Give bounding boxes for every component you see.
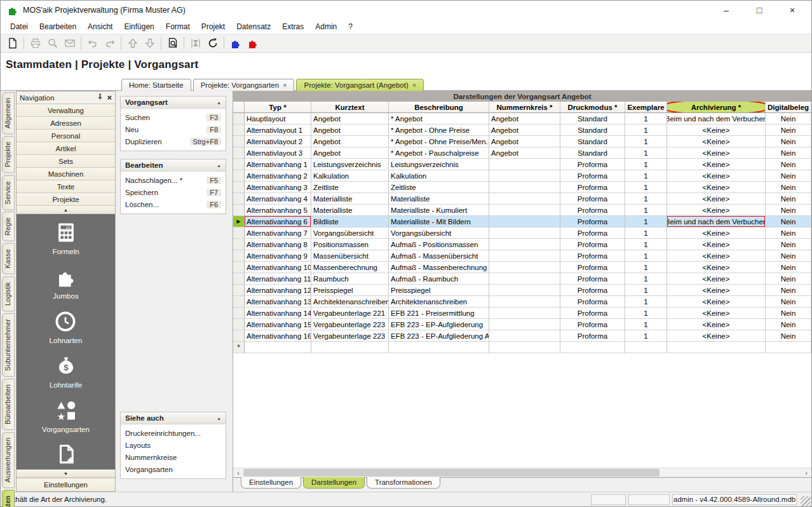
sidebar-item-einstellungen[interactable]: Einstellungen [17, 478, 115, 491]
cell-empty[interactable] [389, 342, 489, 353]
cell-exemplare[interactable]: 1 [625, 330, 667, 342]
cell-kurztext[interactable]: Raumbuch [311, 273, 389, 285]
cell-digitalbeleg[interactable]: Nein [766, 285, 811, 296]
cell-beschreibung[interactable]: Materialliste - Kumuliert [389, 205, 489, 216]
maximize-button[interactable]: □ [753, 6, 766, 15]
scroll-up-button[interactable]: ▲ [17, 206, 115, 214]
cell-druckmodus[interactable]: Proforma [560, 193, 625, 205]
cell-exemplare[interactable]: 1 [625, 182, 667, 193]
close-button[interactable]: × [786, 6, 799, 15]
cell-typ[interactable]: Alternativanhang 7 [245, 227, 311, 239]
cell-typ[interactable]: Alternativlayout 3 [245, 147, 311, 159]
cell-nummernkreis[interactable] [489, 205, 560, 216]
cell-archivierung[interactable]: <Keine> [667, 159, 766, 170]
report-search-icon[interactable] [164, 36, 181, 51]
cell-kurztext[interactable]: Vorgangsübersicht [311, 227, 389, 239]
cell-beschreibung[interactable]: Preisspiegel [389, 285, 489, 296]
close-panel-icon[interactable]: × [107, 93, 112, 102]
cell-empty[interactable] [489, 342, 560, 353]
cell-exemplare[interactable]: 1 [625, 273, 667, 285]
column-header-exemplare[interactable]: Exemplare [625, 102, 667, 113]
scroll-left-icon[interactable]: ‹ [233, 469, 243, 477]
cell-typ[interactable]: Alternativanhang 5 [245, 205, 311, 216]
cell-beschreibung[interactable]: * Angebot [389, 113, 489, 125]
cell-druckmodus[interactable]: Proforma [560, 308, 625, 319]
cell-druckmodus[interactable]: Proforma [560, 296, 625, 308]
cell-exemplare[interactable]: 1 [625, 125, 667, 136]
pin-icon[interactable] [97, 93, 104, 102]
table-row[interactable]: Alternativanhang 16Vergabeunterlage 223E… [233, 330, 811, 342]
menu-ansicht[interactable]: Ansicht [82, 20, 118, 33]
cell-exemplare[interactable]: 1 [625, 205, 667, 216]
cell-druckmodus[interactable]: Proforma [560, 182, 625, 193]
table-row[interactable]: Alternativanhang 13Architektenanschreibe… [233, 296, 811, 308]
row-selector[interactable] [233, 273, 245, 285]
cell-digitalbeleg[interactable]: Nein [766, 159, 811, 170]
table-row[interactable]: Alternativanhang 3ZeitlisteZeitlisteProf… [233, 182, 811, 193]
cell-nummernkreis[interactable] [489, 250, 560, 262]
cell-digitalbeleg[interactable]: Nein [766, 296, 811, 308]
table-row[interactable]: HauptlayoutAngebot* AngebotAngebotStanda… [233, 113, 811, 125]
cell-digitalbeleg[interactable]: Nein [766, 193, 811, 205]
action-nachschlagen[interactable]: Nachschlagen... *F5 [121, 174, 226, 186]
module-tab-büroarbeiten[interactable]: Büroarbeiten [2, 379, 15, 430]
cell-druckmodus[interactable]: Proforma [560, 250, 625, 262]
cell-exemplare[interactable]: 1 [625, 193, 667, 205]
cell-digitalbeleg[interactable]: Nein [766, 170, 811, 182]
cell-typ[interactable]: Alternativanhang 12 [245, 285, 311, 296]
cell-exemplare[interactable]: 1 [625, 308, 667, 319]
cell-kurztext[interactable]: Preisspiegel [311, 285, 389, 296]
cell-druckmodus[interactable]: Standard [560, 147, 625, 159]
cell-druckmodus[interactable]: Proforma [560, 239, 625, 250]
group-header-siehe-auch[interactable]: Siehe auch▲ [121, 412, 226, 424]
menu-projekt[interactable]: Projekt [196, 20, 231, 33]
menu-bearbeiten[interactable]: Bearbeiten [34, 20, 82, 33]
sidebar-item-artikel[interactable]: Artikel [17, 142, 115, 155]
collapse-icon[interactable]: ▲ [217, 416, 221, 421]
menu-einfügen[interactable]: Einfügen [118, 20, 159, 33]
cell-druckmodus[interactable]: Proforma [560, 285, 625, 296]
cell-archivierung[interactable]: <Keine> [667, 136, 766, 147]
new-record-row[interactable]: * [233, 342, 811, 353]
column-header-kurztext[interactable]: Kurztext [311, 102, 389, 113]
cell-kurztext[interactable]: Materialliste [311, 205, 389, 216]
cell-nummernkreis[interactable] [489, 227, 560, 239]
table-row[interactable]: Alternativanhang 8PositionsmassenAufmaß … [233, 239, 811, 250]
cell-beschreibung[interactable]: Materialliste [389, 193, 489, 205]
menu-format[interactable]: Format [160, 20, 196, 33]
view-tab-einstellungen[interactable]: Einstellungen [241, 477, 301, 489]
module-tab-kasse[interactable]: Kasse [2, 243, 15, 274]
cell-druckmodus[interactable]: Proforma [560, 170, 625, 182]
cell-beschreibung[interactable]: EFB 221 - Preisermittlung [389, 308, 489, 319]
cell-nummernkreis[interactable] [489, 296, 560, 308]
module-tab-auswertungen[interactable]: Auswertungen [2, 432, 15, 488]
cell-typ[interactable]: Alternativanhang 14 [245, 308, 311, 319]
cell-kurztext[interactable]: Kalkulation [311, 170, 389, 182]
column-header-archivierung[interactable]: Archivierung * [667, 102, 766, 113]
group-header-bearbeiten[interactable]: Bearbeiten▲ [121, 159, 226, 172]
cell-archivierung[interactable]: <Keine> [667, 250, 766, 262]
cell-digitalbeleg[interactable]: Nein [766, 205, 811, 216]
cell-archivierung[interactable]: <Keine> [667, 205, 766, 216]
cell-exemplare[interactable]: 1 [625, 113, 667, 125]
sidebar-icon-item-vorlagen[interactable]: Vorlagen [51, 444, 80, 470]
sidebar-item-sets[interactable]: Sets [17, 155, 115, 168]
cell-nummernkreis[interactable] [489, 182, 560, 193]
cell-archivierung[interactable]: <Keine> [667, 330, 766, 342]
action-druckereinrichtungen[interactable]: Druckereinrichtungen... [121, 427, 226, 439]
cell-nummernkreis[interactable]: Angebot [489, 136, 560, 147]
table-row[interactable]: Alternativanhang 12PreisspiegelPreisspie… [233, 285, 811, 296]
cell-archivierung[interactable]: Beim und nach dem Verbuchen [667, 113, 766, 125]
cell-exemplare[interactable]: 1 [625, 285, 667, 296]
cell-empty[interactable] [560, 342, 625, 353]
row-selector[interactable] [233, 136, 245, 147]
cell-beschreibung[interactable]: Zeitliste [389, 182, 489, 193]
cell-druckmodus[interactable]: Proforma [560, 319, 625, 330]
cell-druckmodus[interactable]: Proforma [560, 216, 625, 227]
group-header-vorgangsart[interactable]: Vorgangsart▲ [121, 97, 226, 109]
cell-typ[interactable]: Alternativanhang 16 [245, 330, 311, 342]
cell-kurztext[interactable]: Angebot [311, 125, 389, 136]
row-selector[interactable] [233, 262, 245, 273]
table-row[interactable]: Alternativanhang 11RaumbuchAufmaß - Raum… [233, 273, 811, 285]
table-row[interactable]: Alternativlayout 3Angebot* Angebot - Pau… [233, 147, 811, 159]
